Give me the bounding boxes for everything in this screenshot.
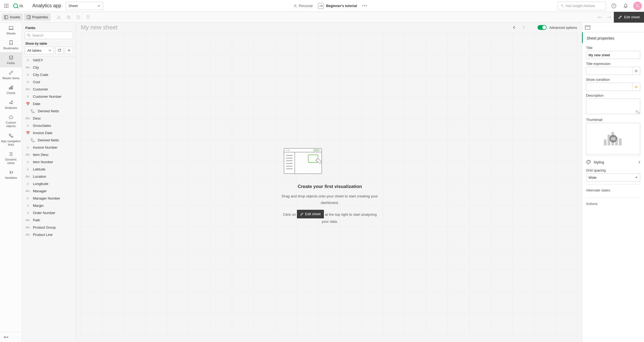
field-item[interactable]: Product Group (22, 224, 76, 231)
insight-advisor-search[interactable]: Ask Insight Advisor (558, 2, 606, 10)
svg-rect-16 (5, 16, 6, 19)
header-right: Ask Insight Advisor ? TL (558, 2, 642, 10)
field-type-icon (30, 109, 36, 113)
field-type-icon (25, 95, 31, 99)
field-item[interactable]: Customer Number (22, 93, 76, 100)
field-item[interactable]: City (22, 64, 76, 71)
field-item[interactable]: Margin (22, 202, 76, 209)
title-expression-input[interactable] (586, 67, 632, 75)
personal-link[interactable]: Personal (293, 4, 313, 8)
svg-rect-15 (5, 16, 8, 19)
field-type-icon (25, 167, 31, 171)
tutorial-link[interactable]: +9 Beginner's tutorial (318, 3, 357, 9)
actions-row[interactable]: Actions (586, 198, 640, 208)
app-launcher-icon[interactable] (2, 2, 11, 10)
undo-button[interactable] (595, 15, 605, 19)
field-item[interactable]: Cost (22, 78, 76, 86)
alternate-states-row[interactable]: Alternate states (586, 184, 640, 195)
user-avatar[interactable]: TL (633, 2, 642, 10)
collapse-icon (3, 336, 8, 339)
collapse-sidebar-button[interactable] (0, 332, 22, 342)
next-sheet-button[interactable] (520, 26, 527, 29)
fields-search-input[interactable]: Search (25, 32, 73, 39)
sidebar-item-custom-objects[interactable]: Custom objects (0, 112, 22, 130)
thumbnail-picker[interactable] (586, 123, 640, 155)
all-tables-dropdown[interactable]: All tables (25, 47, 54, 54)
field-item[interactable]: Manager Number (22, 195, 76, 202)
field-item[interactable]: Customer (22, 86, 76, 93)
thumbnail-label: Thumbnail (586, 118, 640, 122)
sidebar-item-dynamic-views[interactable]: Dynamic views (0, 149, 22, 167)
svg-rect-3 (4, 5, 5, 6)
sidebar-item-variables[interactable]: Variables (0, 167, 22, 182)
show-condition-fx-button[interactable]: fx (632, 83, 640, 91)
delete-button[interactable] (84, 13, 92, 21)
field-item[interactable]: Longitude (22, 180, 76, 187)
field-item[interactable]: Date (22, 100, 76, 107)
field-item[interactable]: Item Desc (22, 151, 76, 158)
styling-row[interactable]: Styling (586, 156, 640, 168)
advanced-options-toggle[interactable] (537, 25, 547, 30)
qlik-logo[interactable]: lik (13, 2, 29, 10)
assets-button[interactable]: Assets (2, 13, 23, 21)
field-type-icon (25, 66, 31, 69)
field-item[interactable]: Item Number (22, 158, 76, 166)
title-label: Title (586, 46, 640, 50)
sidebar-label: Bookmarks (4, 47, 18, 50)
paste-button[interactable] (74, 13, 82, 21)
search-placeholder: Search (32, 33, 43, 37)
sheets-icon (8, 25, 14, 31)
fields-list[interactable]: %KEYCityCity CodeCostCustomerCustomer Nu… (22, 56, 76, 342)
field-item[interactable]: Location (22, 173, 76, 180)
field-item[interactable]: Manager (22, 187, 76, 195)
advanced-options-label: Advanced options (549, 26, 577, 30)
svg-point-43 (286, 150, 287, 151)
more-menu[interactable]: ••• (362, 4, 368, 8)
prev-sheet-button[interactable] (511, 26, 518, 29)
puzzle-icon (9, 114, 13, 120)
sheet-title[interactable]: My new sheet (81, 24, 508, 31)
help-button[interactable]: ? (609, 2, 618, 10)
sidebar-item-bookmarks[interactable]: Bookmarks (0, 37, 22, 52)
field-item[interactable]: Latitude (22, 166, 76, 173)
description-textarea[interactable] (586, 99, 640, 114)
field-item[interactable]: Derived fields (22, 107, 76, 115)
field-item[interactable]: Invoice Date (22, 129, 76, 137)
show-condition-input[interactable] (586, 83, 632, 91)
properties-button[interactable]: Properties (24, 13, 51, 21)
sidebar-item-analyses[interactable]: Analyses (0, 97, 22, 112)
field-item[interactable]: Order Number (22, 209, 76, 217)
field-item[interactable]: Desc (22, 115, 76, 122)
title-expression-fx-button[interactable]: fx (632, 67, 640, 75)
field-item[interactable]: Invoice Number (22, 144, 76, 151)
add-field-button[interactable] (65, 47, 73, 54)
insight-placeholder: Ask Insight Advisor (566, 4, 595, 8)
sheet-settings-tab[interactable] (585, 25, 590, 30)
sidebar-item-master-items[interactable]: Master items (0, 67, 22, 82)
field-item[interactable]: GrossSales (22, 122, 76, 129)
bookmark-icon (9, 40, 13, 46)
redo-button[interactable] (605, 15, 614, 19)
cut-button[interactable] (55, 13, 63, 21)
sidebar-item-charts[interactable]: Charts (0, 82, 22, 97)
copy-button[interactable] (65, 13, 72, 21)
sheet-dropdown-label: Sheet (68, 4, 78, 8)
database-icon (9, 55, 13, 60)
sheet-dropdown[interactable]: Sheet (66, 2, 103, 10)
grid-spacing-select[interactable]: Wide (586, 173, 640, 182)
edit-sheet-button[interactable]: Edit sheet (614, 12, 644, 23)
svg-rect-55 (585, 26, 590, 29)
field-item[interactable]: %KEY (22, 57, 76, 64)
field-item[interactable]: Derived fields (22, 137, 76, 144)
sheet-canvas[interactable]: Create your first visualization Drag and… (81, 32, 579, 339)
sidebar-item-app-navigation[interactable]: App navigation links (0, 130, 22, 149)
field-name: Latitude (33, 167, 45, 171)
field-item[interactable]: Product Line (22, 231, 76, 238)
sidebar-item-fields[interactable]: Fields (0, 52, 22, 67)
notifications-button[interactable] (621, 2, 630, 10)
title-input[interactable] (586, 51, 640, 59)
field-item[interactable]: Path (22, 217, 76, 224)
sidebar-item-sheets[interactable]: Sheets (0, 23, 22, 37)
refresh-fields-button[interactable] (55, 47, 63, 54)
field-item[interactable]: City Code (22, 71, 76, 78)
